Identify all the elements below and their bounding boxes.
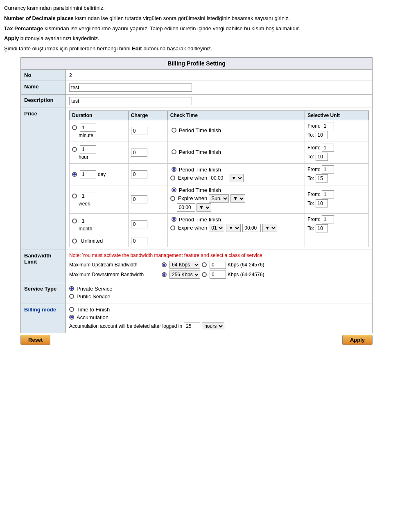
accumulation-val-input[interactable] bbox=[184, 322, 200, 330]
expire-month-radio[interactable] bbox=[170, 225, 175, 230]
name-input[interactable] bbox=[69, 83, 192, 92]
period-month-label: Period Time finish bbox=[179, 216, 221, 223]
expire-week-radio[interactable] bbox=[170, 196, 175, 201]
apply-button[interactable]: Apply bbox=[342, 335, 373, 345]
expire-month-day-select[interactable]: 01 bbox=[209, 224, 224, 232]
period-month-radio[interactable] bbox=[172, 217, 176, 222]
service-type-value-cell: Private Service Public Service bbox=[66, 283, 373, 304]
duration-hour-cell: hour bbox=[70, 142, 129, 163]
duration-header: Duration bbox=[70, 110, 129, 120]
accumulation-text: Accumulation account will be deleted aft… bbox=[69, 323, 182, 329]
month-radio[interactable] bbox=[72, 219, 77, 223]
upstream-preset-radio[interactable] bbox=[162, 262, 167, 267]
expire-month-time-select[interactable]: ▼ bbox=[262, 224, 277, 232]
selective-week-cell: From: To: bbox=[305, 185, 369, 213]
service-type-row: Service Type Private Service Public Serv… bbox=[21, 283, 373, 304]
to-week-input[interactable] bbox=[316, 199, 328, 207]
month-label: month bbox=[72, 226, 126, 232]
accumulation-radio[interactable] bbox=[69, 315, 74, 320]
bandwidth-label: BandwidthLimit bbox=[21, 250, 66, 283]
from-hour-input[interactable] bbox=[322, 144, 334, 152]
unlimited-radio[interactable] bbox=[72, 239, 77, 243]
to-day-input[interactable] bbox=[316, 174, 328, 183]
day-charge-input[interactable] bbox=[131, 170, 147, 178]
expire-month-day2-select[interactable]: ▼ bbox=[226, 224, 241, 232]
price-row: Price Duration Charge Check Time Selecti… bbox=[21, 108, 373, 250]
to-month-input[interactable] bbox=[316, 224, 328, 232]
intro-tax-bold: Tax Percantage bbox=[4, 25, 43, 32]
description-input[interactable] bbox=[69, 97, 192, 105]
bandwidth-value-cell: Note: You must activate the bandwidth ma… bbox=[66, 250, 373, 283]
minute-label: minute bbox=[72, 133, 126, 138]
service-type-label: Service Type bbox=[21, 283, 66, 304]
upstream-manual-radio[interactable] bbox=[202, 262, 207, 267]
from-day-input[interactable] bbox=[322, 165, 334, 174]
from-minute: From: bbox=[307, 122, 366, 130]
day-duration-input[interactable] bbox=[80, 170, 96, 178]
expire-month-time-input[interactable] bbox=[242, 224, 261, 232]
expire-day-time-select[interactable]: ▼ bbox=[229, 174, 244, 182]
expire-day-time-input[interactable] bbox=[209, 174, 227, 182]
unlimited-charge-input[interactable] bbox=[131, 237, 147, 245]
downstream-preset-select[interactable]: 256 Kbps 64 Kbps bbox=[169, 271, 200, 279]
charge-day-cell bbox=[128, 163, 167, 185]
expire-week-time-select[interactable]: ▼ bbox=[230, 194, 245, 203]
description-value-cell bbox=[66, 94, 373, 108]
intro-apply-bold: Apply bbox=[4, 35, 19, 41]
from-week-input[interactable] bbox=[322, 190, 334, 198]
downstream-manual-radio[interactable] bbox=[202, 272, 207, 277]
week-charge-input[interactable] bbox=[131, 195, 147, 203]
to-minute-input[interactable] bbox=[316, 131, 328, 139]
week-label: week bbox=[72, 201, 126, 207]
table-row: Unlimited bbox=[70, 235, 369, 247]
expire-week-day-select[interactable]: Sun. bbox=[209, 194, 229, 203]
hour-charge-input[interactable] bbox=[131, 149, 147, 157]
period-day-radio[interactable] bbox=[172, 167, 176, 172]
expire-day-radio[interactable] bbox=[170, 176, 175, 180]
from-month-input[interactable] bbox=[322, 215, 334, 223]
reset-button[interactable]: Reset bbox=[20, 335, 50, 345]
period-minute-radio[interactable] bbox=[172, 128, 176, 133]
bandwidth-row: BandwidthLimit Note: You must activate t… bbox=[21, 250, 373, 283]
to-hour: To: bbox=[307, 153, 366, 161]
period-week-radio[interactable] bbox=[172, 187, 176, 192]
selective-minute-cell: From: To: bbox=[305, 120, 369, 142]
week-duration-input[interactable] bbox=[80, 192, 96, 200]
day-radio[interactable] bbox=[72, 172, 77, 177]
minute-charge-input[interactable] bbox=[131, 127, 147, 135]
price-label: Price bbox=[21, 108, 66, 250]
expire-week-time-input[interactable] bbox=[177, 203, 195, 212]
time-to-finish-radio[interactable] bbox=[69, 307, 74, 312]
period-hour-radio[interactable] bbox=[172, 149, 176, 154]
private-service-label: Private Service bbox=[77, 286, 112, 292]
bw-note: Note: You must activate the bandwidth ma… bbox=[69, 252, 369, 258]
from-minute-input[interactable] bbox=[322, 122, 334, 130]
accumulation-sub: Accumulation account will be deleted aft… bbox=[69, 322, 369, 330]
accumulation-unit-select[interactable]: hours bbox=[202, 322, 224, 330]
private-service-radio[interactable] bbox=[69, 286, 74, 291]
to-hour-input[interactable] bbox=[316, 153, 328, 161]
hour-label: hour bbox=[72, 154, 126, 160]
downstream-manual-input[interactable] bbox=[210, 271, 226, 279]
hour-duration-input[interactable] bbox=[80, 145, 96, 153]
from-week: From: bbox=[307, 190, 366, 198]
expire-week-time2-select[interactable]: ▼ bbox=[196, 203, 211, 212]
month-charge-input[interactable] bbox=[131, 220, 147, 228]
downstream-preset-radio[interactable] bbox=[162, 272, 167, 277]
downstream-row: Maximum Downstream Bandwidth 256 Kbps 64… bbox=[69, 271, 369, 279]
private-service-option: Private Service bbox=[69, 286, 369, 292]
upstream-manual-input[interactable] bbox=[210, 261, 226, 269]
minute-radio[interactable] bbox=[72, 125, 77, 130]
minute-duration-input[interactable] bbox=[80, 124, 96, 132]
charge-unlimited-cell bbox=[128, 235, 167, 247]
no-label: No bbox=[21, 69, 66, 81]
week-radio[interactable] bbox=[72, 194, 77, 198]
hour-radio[interactable] bbox=[72, 147, 77, 152]
table-row: minute Period Time finish bbox=[70, 120, 369, 142]
month-duration-input[interactable] bbox=[80, 217, 96, 225]
accumulation-label: Accumulation bbox=[77, 314, 108, 320]
public-service-radio[interactable] bbox=[69, 294, 74, 299]
table-row: month Period Time finish bbox=[70, 213, 369, 235]
duration-unlimited-cell: Unlimited bbox=[70, 235, 129, 247]
upstream-preset-select[interactable]: 64 Kbps 256 Kbps bbox=[169, 261, 200, 269]
